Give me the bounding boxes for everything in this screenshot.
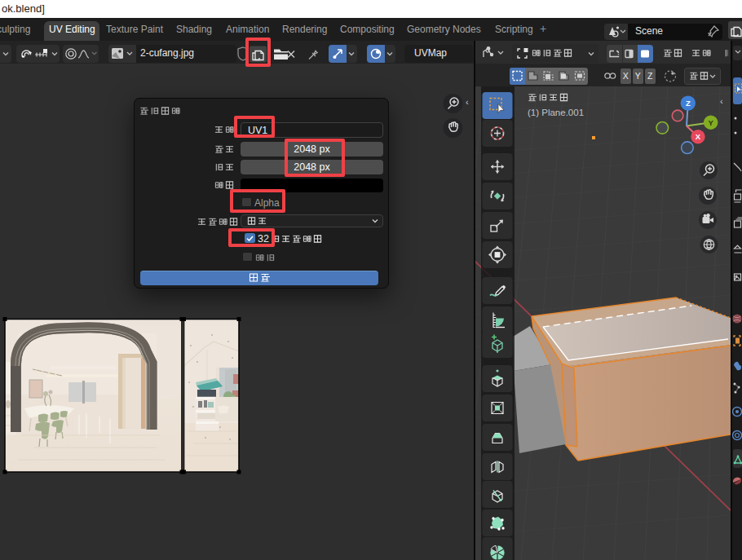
svg-text:‹: ‹: [720, 96, 723, 106]
svg-text:(1) Plane.001: (1) Plane.001: [528, 108, 584, 117]
svg-text:Z: Z: [686, 99, 691, 108]
svg-text:X: X: [696, 132, 701, 141]
svg-text:Y: Y: [709, 118, 714, 127]
